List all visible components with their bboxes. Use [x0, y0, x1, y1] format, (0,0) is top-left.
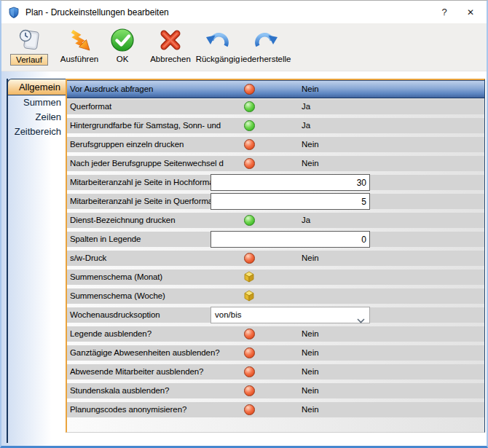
- dialog-content: Allgemein Summen Zeilen Zeitbereich Vor …: [1, 71, 487, 446]
- ok-button[interactable]: OK: [105, 26, 140, 68]
- settings-row[interactable]: Planungscodes anonymisieren? Nein Nein: [67, 402, 484, 421]
- settings-row[interactable]: Hintergrundfarbe für Samstag, Sonn- und …: [67, 118, 484, 137]
- row-input[interactable]: [210, 174, 370, 191]
- status-indicator[interactable]: [244, 385, 255, 396]
- row-label: Ganztägige Abwesenheiten ausblenden?: [70, 345, 243, 361]
- toolbar-button-label: iederherstelle: [240, 54, 291, 65]
- titlebar: Plan - Druckeinstellungen bearbeiten ? ✕: [1, 1, 487, 23]
- wiederherstellen-button[interactable]: iederherstelle: [240, 26, 291, 68]
- dropdown-value: von/bis: [215, 310, 241, 319]
- status-indicator[interactable]: [244, 120, 255, 131]
- schema-cube-icon[interactable]: [243, 271, 255, 286]
- row-label: Stundenskala ausblenden?: [70, 383, 243, 398]
- settings-row[interactable]: Legende ausblenden? Nein Nein: [67, 326, 484, 345]
- toolbar-button-label: Ausführen: [60, 54, 98, 65]
- row-value: Ja: [302, 118, 310, 133]
- settings-row[interactable]: Spalten in Legende 0 0: [67, 232, 484, 251]
- settings-row[interactable]: s/w-Druck Nein Nein: [67, 251, 484, 270]
- chevron-down-icon: [357, 313, 365, 329]
- schema-cube-icon[interactable]: [243, 290, 255, 304]
- status-indicator[interactable]: [244, 84, 255, 95]
- row-value: Nein: [302, 402, 319, 417]
- status-indicator[interactable]: [244, 253, 255, 264]
- row-label: Querformat: [70, 99, 243, 114]
- abbrechen-button[interactable]: Abbrechen: [147, 26, 194, 68]
- status-indicator[interactable]: [244, 366, 255, 377]
- row-label: Vor Ausdruck abfragen: [70, 80, 243, 98]
- execute-arrow-icon: [67, 26, 92, 54]
- settings-row[interactable]: Abwesende Mitarbeiter ausblenden? Nein N…: [67, 364, 484, 383]
- row-label: Summenschema (Monat): [70, 270, 243, 285]
- row-value: Ja: [302, 213, 310, 228]
- row-label: Planungscodes anonymisieren?: [70, 402, 243, 417]
- row-value: Nein: [302, 137, 319, 152]
- row-label: Legende ausblenden?: [70, 326, 243, 342]
- dialog-window: Plan - Druckeinstellungen bearbeiten ? ✕…: [0, 0, 488, 448]
- tab-summen[interactable]: Summen: [23, 95, 61, 110]
- row-value: Nein: [302, 251, 319, 266]
- ok-check-icon: [110, 26, 135, 54]
- status-indicator[interactable]: [244, 347, 255, 358]
- row-input[interactable]: [210, 193, 370, 210]
- cancel-x-icon: [158, 26, 183, 54]
- settings-row[interactable]: Mitarbeiteranzahl je Seite in Hochformat…: [67, 175, 484, 194]
- row-value: Nein: [302, 80, 319, 98]
- settings-row[interactable]: Mitarbeiteranzahl je Seite in Querformat…: [67, 194, 484, 213]
- verlauf-button[interactable]: Verlauf: [4, 26, 54, 68]
- row-dropdown[interactable]: von/bis: [210, 307, 370, 323]
- tabstrip-divider: [7, 79, 8, 443]
- settings-list: Vor Ausdruck abfragen Nein Nein: [67, 80, 484, 421]
- settings-row[interactable]: Stundenskala ausblenden? Nein Nein: [67, 383, 484, 402]
- row-label: Wochenausdrucksoption: [70, 307, 160, 323]
- row-value: Nein: [302, 326, 319, 342]
- status-indicator[interactable]: [244, 404, 255, 415]
- row-label: Summenschema (Woche): [70, 288, 243, 304]
- settings-row[interactable]: Nach jeder Berufsgruppe Seitenwechsel d …: [67, 156, 484, 175]
- settings-row[interactable]: Summenschema (Woche): [67, 288, 484, 307]
- status-indicator[interactable]: [244, 139, 255, 150]
- help-button[interactable]: ?: [431, 1, 457, 23]
- settings-panel: Vor Ausdruck abfragen Nein Nein: [66, 79, 485, 433]
- app-shield-icon: [8, 7, 20, 18]
- history-scroll-icon: [17, 26, 42, 54]
- settings-row[interactable]: Berufsgruppen einzeln drucken Nein Nein: [67, 137, 484, 156]
- tab-zeitbereich[interactable]: Zeitbereich: [15, 125, 61, 139]
- status-indicator[interactable]: [244, 158, 255, 169]
- toolbar-button-label: Verlauf: [10, 54, 48, 66]
- row-value: Nein: [302, 364, 319, 380]
- row-value: Nein: [302, 383, 319, 398]
- toolbar-button-label: Rückgängig: [196, 54, 240, 65]
- row-input[interactable]: [210, 231, 370, 248]
- toolbar-button-label: OK: [117, 54, 129, 65]
- row-label: s/w-Druck: [70, 251, 243, 266]
- settings-row[interactable]: Dienst-Bezeichnung drucken Ja Ja: [67, 213, 484, 232]
- ausfuehren-button[interactable]: Ausführen: [55, 26, 103, 68]
- settings-row[interactable]: Ganztägige Abwesenheiten ausblenden? Nei…: [67, 345, 484, 364]
- settings-row[interactable]: Summenschema (Monat): [67, 270, 484, 288]
- row-value: Ja: [302, 99, 310, 114]
- status-indicator[interactable]: [244, 215, 255, 226]
- row-label: Dienst-Bezeichnung drucken: [70, 213, 243, 228]
- row-label: Nach jeder Berufsgruppe Seitenwechsel d: [70, 156, 243, 171]
- close-button[interactable]: ✕: [457, 1, 484, 23]
- toolbar-button-label: Abbrechen: [150, 54, 191, 65]
- settings-row[interactable]: Querformat Ja Ja: [67, 99, 484, 118]
- tab-zeilen[interactable]: Zeilen: [36, 110, 61, 125]
- settings-row[interactable]: Vor Ausdruck abfragen Nein Nein: [67, 80, 484, 99]
- toolbar: Verlauf Ausführen: [1, 23, 487, 71]
- row-label: Abwesende Mitarbeiter ausblenden?: [70, 364, 243, 380]
- tab-allgemein[interactable]: Allgemein: [7, 79, 66, 95]
- window-title: Plan - Druckeinstellungen bearbeiten: [25, 7, 431, 17]
- settings-row[interactable]: Wochenausdrucksoption von/bis von/bis: [67, 307, 484, 326]
- row-value: Nein: [302, 156, 319, 171]
- row-value: Nein: [302, 345, 319, 361]
- status-indicator[interactable]: [244, 101, 255, 112]
- row-label: Berufsgruppen einzeln drucken: [70, 137, 243, 152]
- rueckgaengig-button[interactable]: Rückgängig: [195, 26, 240, 68]
- sidebar-tabstrip: Allgemein Summen Zeilen Zeitbereich: [1, 71, 66, 446]
- undo-arrow-icon: [205, 26, 231, 54]
- status-indicator[interactable]: [244, 329, 255, 339]
- redo-arrow-icon: [253, 26, 279, 54]
- row-label: Mitarbeiteranzahl je Seite in Querformat: [70, 194, 215, 209]
- row-label: Mitarbeiteranzahl je Seite in Hochformat: [70, 175, 216, 190]
